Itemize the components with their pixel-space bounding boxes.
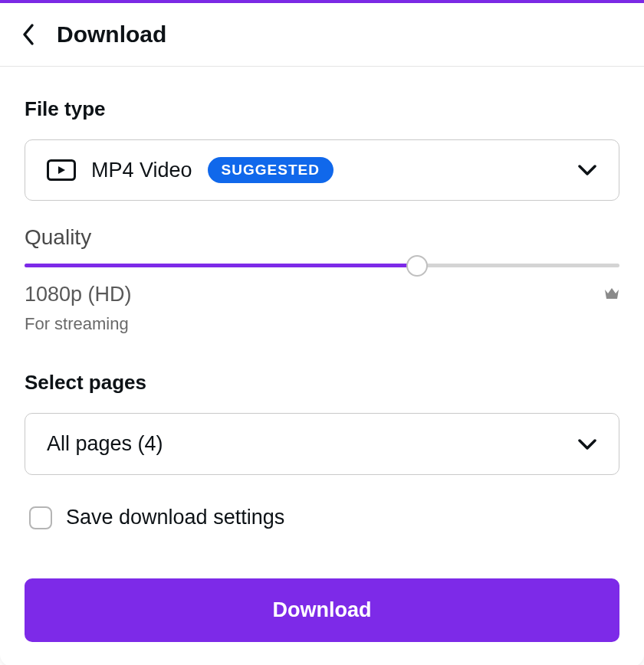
quality-info-row: 1080p (HD) <box>25 283 619 306</box>
select-pages-label: Select pages <box>25 371 619 395</box>
save-settings-checkbox[interactable] <box>29 506 52 529</box>
chevron-down-icon <box>577 164 597 176</box>
quality-description: For streaming <box>25 314 619 334</box>
file-type-value: MP4 Video <box>91 159 192 182</box>
download-button[interactable]: Download <box>25 578 619 642</box>
pages-value: All pages (4) <box>47 432 163 456</box>
chevron-down-icon <box>577 438 597 450</box>
page-title: Download <box>57 21 166 48</box>
video-icon <box>47 159 76 181</box>
slider-fill <box>25 264 417 267</box>
slider-track <box>25 264 619 267</box>
pages-select[interactable]: All pages (4) <box>25 413 619 475</box>
back-button[interactable] <box>21 23 35 46</box>
file-type-label: File type <box>25 97 619 121</box>
save-settings-row: Save download settings <box>29 506 619 529</box>
slider-thumb[interactable] <box>406 255 428 277</box>
file-type-select[interactable]: MP4 Video SUGGESTED <box>25 139 619 201</box>
download-panel: Download File type MP4 Video SUGGESTED Q… <box>0 3 644 665</box>
suggested-badge: SUGGESTED <box>208 157 334 183</box>
save-settings-label: Save download settings <box>66 506 284 529</box>
panel-content: File type MP4 Video SUGGESTED Quality 10… <box>0 67 644 665</box>
quality-value: 1080p (HD) <box>25 283 132 306</box>
panel-header: Download <box>0 3 644 66</box>
quality-slider[interactable] <box>25 264 619 267</box>
chevron-left-icon <box>21 23 35 46</box>
quality-label: Quality <box>25 225 619 250</box>
crown-icon <box>604 287 619 300</box>
